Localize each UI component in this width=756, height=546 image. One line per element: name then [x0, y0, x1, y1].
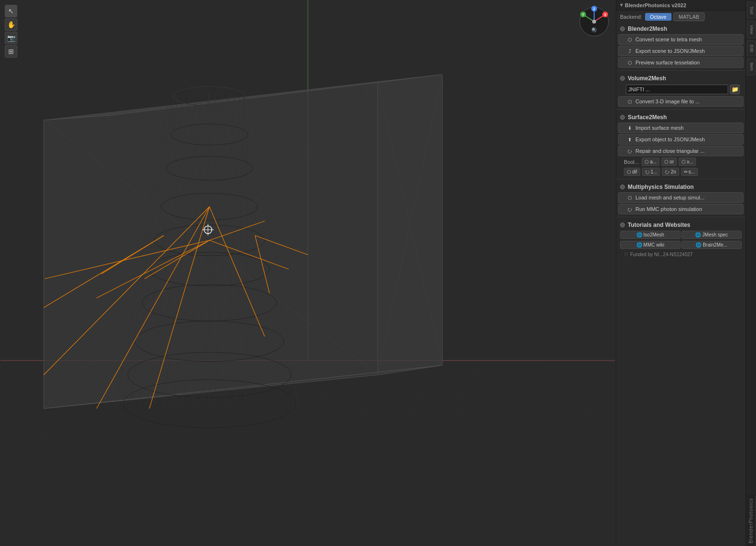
bool-s-icon: ✏ — [684, 169, 688, 174]
import-surface-btn[interactable]: ⬇ Import surface mesh — [618, 123, 744, 133]
bool-row-2: ⬡ dif ⭮ 1... ⭮ 2n ✏ s... — [616, 167, 745, 177]
folder-btn[interactable]: 📁 — [730, 85, 740, 94]
svg-text:🔍: 🔍 — [592, 27, 597, 32]
bool-dif-btn[interactable]: ⬡ dif — [624, 168, 640, 176]
blender2mesh-section[interactable]: Blender2Mesh — [616, 23, 745, 34]
svg-point-96 — [592, 20, 596, 24]
tutorials-section[interactable]: Tutorials and Websites — [616, 219, 745, 230]
multiphysics-title: Multiphysics Simulation — [628, 184, 694, 190]
import-surface-icon: ⬇ — [626, 124, 633, 131]
brain2me-btn[interactable]: 🌐 Brain2Me... — [682, 241, 742, 249]
volume2mesh-dot — [620, 76, 625, 81]
mmc-wiki-icon: 🌐 — [636, 242, 642, 248]
preview-surface-icon: ⬡ — [626, 59, 633, 66]
backend-label: Backend: — [620, 14, 642, 20]
tab-item[interactable]: Item — [747, 58, 756, 75]
mmc-wiki-btn[interactable]: 🌐 MMC wiki — [620, 241, 681, 249]
tab-edit[interactable]: Edit — [747, 40, 756, 57]
surface2mesh-dot — [620, 115, 625, 120]
volume2mesh-section[interactable]: Volume2Mesh — [616, 73, 745, 83]
backend-row: Backend: Octave MATLAB — [616, 11, 745, 23]
svg-text:Y: Y — [582, 13, 585, 16]
blender2mesh-dot — [620, 26, 625, 31]
tutorials-row-2: 🌐 MMC wiki 🌐 Brain2Me... — [616, 240, 745, 249]
viewport: Z X Y 🔍 ↖ ✋ 📷 ⊞ — [0, 0, 616, 546]
divider-3 — [616, 179, 745, 179]
viewport-3d — [0, 0, 616, 546]
jmesh-spec-btn[interactable]: 🌐 JMesh spec — [682, 231, 742, 239]
export-object-btn[interactable]: ⬆ Export object to JSON/JMesh — [618, 134, 744, 145]
bool-dif-icon: ⬡ — [627, 169, 631, 174]
run-mmc-btn[interactable]: ⭮ Run MMC photon simulation — [618, 204, 744, 214]
convert-tetra-icon: ⬡ — [626, 36, 633, 43]
multiphysics-dot — [620, 185, 625, 189]
bool-a-btn[interactable]: ⬡ a... — [642, 158, 659, 166]
divider-2 — [616, 109, 745, 110]
iso2mesh-btn[interactable]: 🌐 Iso2Mesh — [620, 231, 681, 239]
bp-vertical-label: BlenderPhotonics — [747, 495, 756, 546]
heart-icon: ♡ — [624, 252, 628, 257]
svg-text:Z: Z — [593, 7, 596, 11]
bool-s-btn[interactable]: ✏ s... — [681, 168, 698, 176]
tutorials-title: Tutorials and Websites — [628, 222, 690, 228]
bool-1-btn[interactable]: ⭮ 1... — [642, 168, 660, 176]
jnifti-input[interactable] — [626, 85, 728, 94]
panel-header: ▾ BlenderPhotonics v2022 — [616, 0, 745, 11]
bool-or-icon: ⬡ — [664, 159, 669, 164]
export-json-btn[interactable]: ⤴ Export scene to JSON/JMesh — [618, 46, 744, 56]
repair-close-btn[interactable]: ⭮ Repair and close triangular ... — [618, 146, 744, 156]
jmesh-spec-icon: 🌐 — [695, 232, 701, 237]
tutorials-dot — [620, 223, 625, 227]
bool-a-icon: ⬡ — [645, 159, 649, 164]
panel-title: BlenderPhotonics v2022 — [625, 2, 686, 8]
bool-row: Bool... ⬡ a... ⬡ or ⬡ x... — [616, 157, 745, 167]
right-panel: ▾ BlenderPhotonics v2022 Backend: Octave… — [616, 0, 745, 546]
bool-x-btn[interactable]: ⬡ x... — [679, 158, 696, 166]
tab-view[interactable]: View — [747, 21, 756, 38]
grab-tool-btn[interactable]: ✋ — [5, 18, 17, 31]
viewport-left-toolbar: ↖ ✋ 📷 ⊞ — [5, 5, 17, 58]
tutorials-row-1: 🌐 Iso2Mesh 🌐 JMesh spec — [616, 230, 745, 239]
jnifti-input-row: 📁 — [618, 84, 744, 95]
select-tool-btn[interactable]: ↖ — [5, 5, 17, 17]
multiphysics-section[interactable]: Multiphysics Simulation — [616, 181, 745, 192]
bool-x-icon: ⬡ — [682, 159, 686, 164]
convert-tetra-btn[interactable]: ⬡ Convert scene to tetra mesh — [618, 34, 744, 45]
bool-label: Bool... — [624, 159, 639, 165]
divider-4 — [616, 217, 745, 217]
funded-label: ♡ Funded by NI...24-NS124027 — [616, 250, 745, 259]
grid-tool-btn[interactable]: ⊞ — [5, 45, 17, 58]
preview-surface-btn[interactable]: ⬡ Preview surface tesselation — [618, 57, 744, 68]
convert-3d-btn[interactable]: ⬡ Convert 3-D image file to ... — [618, 96, 744, 107]
camera-tool-btn[interactable]: 📷 — [5, 32, 17, 44]
export-json-icon: ⤴ — [626, 48, 633, 54]
matlab-btn[interactable]: MATLAB — [673, 12, 705, 21]
tab-tool[interactable]: Tool — [747, 2, 756, 19]
run-mmc-icon: ⭮ — [626, 206, 633, 212]
export-object-icon: ⬆ — [626, 136, 633, 143]
convert-3d-icon: ⬡ — [626, 98, 633, 105]
repair-close-icon: ⭮ — [626, 148, 633, 154]
svg-text:X: X — [604, 13, 607, 16]
bool-1-icon: ⭮ — [645, 169, 650, 174]
load-mesh-btn[interactable]: ⬡ Load mesh and setup simul... — [618, 192, 744, 203]
bool-2n-icon: ⭮ — [665, 169, 670, 174]
load-mesh-icon: ⬡ — [626, 194, 633, 201]
blender2mesh-title: Blender2Mesh — [628, 25, 667, 32]
divider-1 — [616, 70, 745, 71]
far-right-tabs: Tool View Edit Item BlenderPhotonics — [745, 0, 756, 546]
bool-2n-btn[interactable]: ⭮ 2n — [662, 168, 679, 176]
bool-or-btn[interactable]: ⬡ or — [661, 158, 677, 166]
octave-btn[interactable]: Octave — [645, 13, 671, 21]
brain2me-icon: 🌐 — [695, 242, 701, 248]
iso2mesh-icon: 🌐 — [636, 232, 642, 237]
gizmo-overlay[interactable]: Z X Y 🔍 — [577, 5, 611, 38]
surface2mesh-title: Surface2Mesh — [628, 114, 667, 121]
panel-chevron: ▾ — [620, 2, 623, 8]
surface2mesh-section[interactable]: Surface2Mesh — [616, 112, 745, 122]
volume2mesh-title: Volume2Mesh — [628, 75, 666, 82]
